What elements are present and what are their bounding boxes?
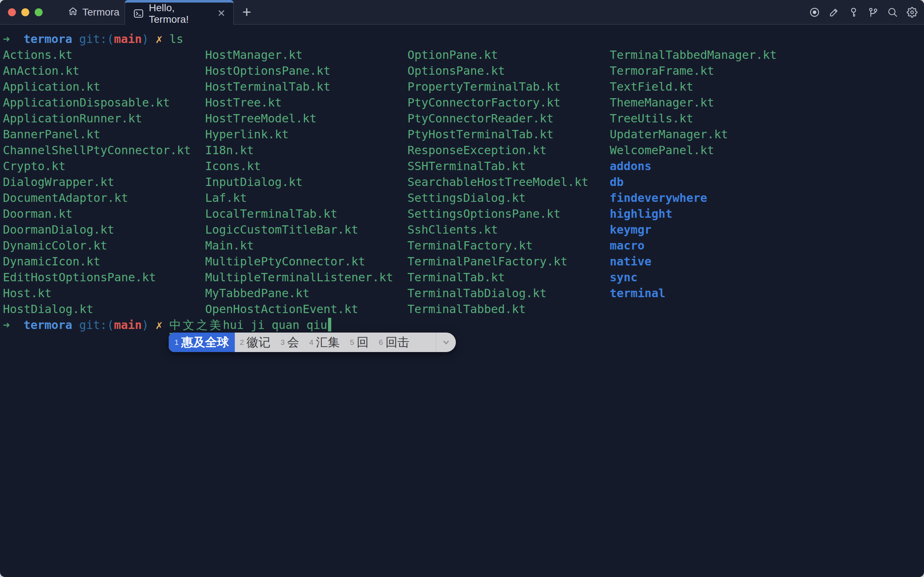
file-entry: ApplicationDisposable.kt (3, 95, 205, 111)
dir-entry: sync (610, 269, 812, 285)
file-entry: EditHostOptionsPane.kt (3, 269, 205, 285)
ls-output-grid: Actions.ktAnAction.ktApplication.ktAppli… (3, 47, 924, 317)
file-entry: AnAction.kt (3, 63, 205, 79)
ime-expand-button[interactable] (435, 332, 456, 352)
prompt-cwd: termora (24, 32, 72, 46)
file-entry: SettingsDialog.kt (408, 190, 610, 206)
file-entry: SearchableHostTreeModel.kt (408, 174, 610, 190)
file-entry: HostTreeModel.kt (205, 111, 408, 126)
file-entry: Hyperlink.kt (205, 126, 408, 142)
file-entry: SSHTerminalTab.kt (408, 158, 610, 174)
file-entry: Application.kt (3, 79, 205, 95)
dir-entry: native (610, 253, 812, 269)
candidate-text: 汇集 (316, 334, 340, 351)
ime-candidate[interactable]: 4汇集 (304, 332, 345, 352)
file-entry: TerminalTabbed.kt (408, 301, 610, 317)
file-entry: ResponseException.kt (408, 142, 610, 158)
file-entry: I18n.kt (205, 142, 408, 158)
file-entry: ApplicationRunner.kt (3, 111, 205, 126)
ime-candidate-selected[interactable]: 1惠及全球 (169, 332, 235, 352)
file-entry: Actions.kt (3, 47, 205, 63)
edit-button[interactable] (828, 7, 840, 18)
file-entry: DynamicColor.kt (3, 238, 205, 253)
file-entry: OptionsPane.kt (408, 63, 610, 79)
file-entry: PropertyTerminalTab.kt (408, 79, 610, 95)
dir-entry: addons (610, 158, 812, 174)
git-branch-name: main (114, 32, 142, 46)
home-icon (68, 6, 78, 19)
file-entry: TerminalPanelFactory.kt (408, 253, 610, 269)
file-entry: TerminalTab.kt (408, 269, 610, 285)
search-icon (887, 7, 898, 18)
search-button[interactable] (887, 7, 898, 18)
ime-candidate[interactable]: 5回 (345, 332, 374, 352)
candidate-text: 回 (356, 334, 368, 351)
file-entry: Main.kt (205, 238, 408, 253)
titlebar: Termora Hello, Termora! ✕ + (0, 0, 924, 24)
dir-entry: terminal (610, 285, 812, 301)
file-entry: MultipleTerminalListener.kt (205, 269, 408, 285)
app-title: Termora (82, 6, 119, 18)
tab-close-icon[interactable]: ✕ (217, 9, 226, 18)
file-entry: OpenHostActionEvent.kt (205, 301, 408, 317)
terminal-pane[interactable]: ➜termoragit:(main)✗ls Actions.ktAnAction… (0, 25, 924, 577)
prompt-arrow: ➜ (3, 32, 10, 46)
file-entry: TextField.kt (610, 79, 812, 95)
file-entry: SettingsOptionsPane.kt (408, 206, 610, 222)
tab-hello-termora[interactable]: Hello, Termora! ✕ (125, 0, 234, 24)
file-entry: DocumentAdaptor.kt (3, 190, 205, 206)
file-entry: HostTerminalTab.kt (205, 79, 408, 95)
composition-cjk: 中文之美 (169, 318, 223, 332)
new-tab-button[interactable]: + (239, 0, 255, 24)
file-entry: TerminalTabbedManager.kt (610, 47, 812, 63)
file-entry: PtyHostTerminalTab.kt (408, 126, 610, 142)
dir-entry: keymgr (610, 222, 812, 238)
minimize-button[interactable] (21, 8, 29, 16)
file-entry: HostTree.kt (205, 95, 408, 111)
file-entry: TreeUtils.kt (610, 111, 812, 126)
candidate-text: 徽记 (246, 334, 270, 351)
file-entry: InputDialog.kt (205, 174, 408, 190)
file-entry: Crypto.kt (3, 158, 205, 174)
candidate-text: 会 (287, 334, 299, 351)
git-branch-button[interactable] (867, 7, 879, 18)
file-entry: PtyConnectorFactory.kt (408, 95, 610, 111)
pencil-icon (829, 7, 840, 18)
app-window: Termora Hello, Termora! ✕ + (0, 0, 924, 577)
close-button[interactable] (8, 8, 16, 16)
zoom-button[interactable] (35, 8, 43, 16)
file-entry: ChannelShellPtyConnector.kt (3, 142, 205, 158)
window-controls (8, 8, 43, 16)
file-entry: Icons.kt (205, 158, 408, 174)
file-entry: MyTabbedPane.kt (205, 285, 408, 301)
ime-candidate[interactable]: 6回击 (374, 332, 414, 352)
file-entry: HostDialog.kt (3, 301, 205, 317)
file-entry: SshClients.kt (408, 222, 610, 238)
prompt-line-1: ➜termoragit:(main)✗ls (3, 31, 924, 47)
file-entry: TermoraFrame.kt (610, 63, 812, 79)
dir-entry: findeverywhere (610, 190, 812, 206)
terminal-cursor (328, 318, 331, 332)
ime-candidate[interactable]: 2徽记 (235, 332, 276, 352)
composition-pinyin: hui ji quan qiu (223, 318, 327, 332)
candidate-index: 2 (240, 338, 244, 347)
git-dirty-mark: ✗ (156, 318, 163, 332)
ime-composition-text: 中文之美hui ji quan qiu (169, 318, 331, 334)
file-entry: Host.kt (3, 285, 205, 301)
candidate-text: 回击 (385, 334, 409, 351)
settings-button[interactable] (906, 7, 918, 18)
file-entry: HostManager.kt (205, 47, 408, 63)
terminal-tab-icon (133, 8, 144, 19)
git-branch-name: main (114, 318, 142, 332)
key-icon (848, 7, 859, 18)
home-button[interactable]: Termora (68, 0, 119, 24)
record-button[interactable] (809, 7, 820, 18)
ime-candidate[interactable]: 3会 (275, 332, 304, 352)
file-entry: OptionPane.kt (408, 47, 610, 63)
file-entry: ThemeManager.kt (610, 95, 812, 111)
git-dirty-mark: ✗ (156, 32, 163, 46)
gear-icon (907, 7, 918, 18)
dir-entry: db (610, 174, 812, 190)
file-entry: UpdaterManager.kt (610, 126, 812, 142)
key-manager-button[interactable] (848, 7, 859, 18)
